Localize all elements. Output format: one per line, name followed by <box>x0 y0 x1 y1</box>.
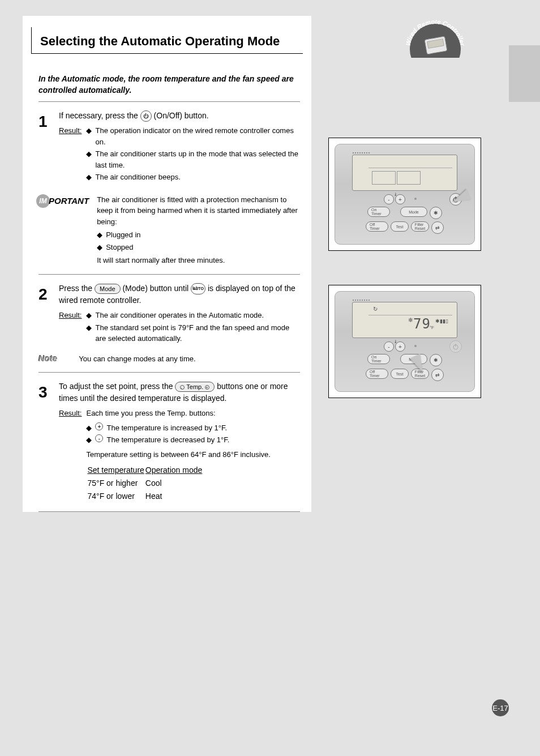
page-title: Selecting the Automatic Operating Mode <box>31 27 303 54</box>
callout-pointer <box>450 189 471 207</box>
table-header-2: Operation mode <box>145 464 202 476</box>
page-number: E-17 <box>492 699 509 716</box>
result-label: Result: <box>59 408 82 503</box>
table-cell: Heat <box>145 490 202 502</box>
lcd-temperature: ❄79 <box>409 316 431 332</box>
swing-button[interactable]: ⇄ <box>431 221 444 234</box>
table-cell: 75°F or higher <box>87 477 144 489</box>
important-callout: IMPORTANT The air conditioner is fitted … <box>36 194 300 266</box>
temp-button-inline: - Temp. + <box>175 382 215 392</box>
step-number: 3 <box>38 381 52 503</box>
result-label: Result: <box>59 310 82 345</box>
step1-text-b: (On/Off) button. <box>154 111 209 120</box>
remote-illustration-2: ↻ ❄79 °F ✱▮▮▯ - + 🌡 On Timer Mode ✱ <box>328 285 481 398</box>
step-number: 2 <box>38 283 52 345</box>
filter-reset-button[interactable]: Filter Reset <box>411 221 429 232</box>
result-label: Result: <box>59 125 82 184</box>
fan-button[interactable]: ✱ <box>430 354 442 366</box>
lcd-fan-icon: ✱▮▮▯ <box>435 318 451 328</box>
divider <box>38 372 300 373</box>
step-2: 2 Press the Mode (Mode) button until AUT… <box>38 283 300 345</box>
lcd-unit: °F <box>430 325 434 330</box>
temp-down-button[interactable]: - <box>384 341 394 352</box>
table-cell: Cool <box>145 477 202 489</box>
step-1: 1 If necessary, press the ⏻ (On/Off) but… <box>38 110 300 184</box>
important-body-b: It will start normally after three minut… <box>97 255 300 266</box>
power-button[interactable] <box>449 340 462 353</box>
off-timer-button[interactable]: Off Timer <box>366 221 388 232</box>
important-body: The air conditioner is fitted with a pro… <box>97 194 300 228</box>
step1-text-a: If necessary, press the <box>59 111 140 120</box>
swing-button[interactable]: ⇄ <box>431 369 444 381</box>
remote-illustration-1: - + 🌡 On Timer Mode ✱ Off Timer Test Fil… <box>328 138 481 251</box>
sidebar-tab <box>509 45 540 102</box>
step2-bullet-1: The air conditioner operates in the Auto… <box>95 310 264 321</box>
on-timer-button[interactable]: On Timer <box>367 354 390 364</box>
step3-text-a: To adjust the set point, press the <box>59 382 175 391</box>
step3-row2: The temperature is decreased by 1°F. <box>106 434 229 446</box>
page-content: Selecting the Automatic Operating Mode I… <box>23 16 311 512</box>
divider <box>38 511 300 512</box>
temp-down-button[interactable]: - <box>384 194 394 204</box>
off-timer-button[interactable]: Off Timer <box>366 369 388 379</box>
table-header-1: Set temperature <box>87 464 144 476</box>
step-3: 3 To adjust the set point, press the - T… <box>38 381 300 503</box>
temp-label: Temp. <box>186 383 203 390</box>
power-icon: ⏻ <box>140 110 152 122</box>
step3-row1: The temperature is increased by 1°F. <box>106 422 227 434</box>
step-number: 1 <box>38 110 52 184</box>
mode-table: Set temperature Operation mode 75°F or h… <box>86 463 203 503</box>
important-bullet-2: Stopped <box>106 242 133 253</box>
minus-icon: - <box>95 434 103 442</box>
temp-thermometer-icon: 🌡 <box>393 339 399 344</box>
important-bullet-1: Plugged in <box>106 229 140 241</box>
step2-bullet-2: The standard set point is 79°F and the f… <box>95 322 300 344</box>
illustration-column: - + 🌡 On Timer Mode ✱ Off Timer Test Fil… <box>314 16 495 432</box>
remote-lcd: ↻ ❄79 °F ✱▮▮▯ <box>352 302 457 338</box>
step3-result-body: Each time you press the Temp. buttons: <box>86 408 270 419</box>
note-callout: Note You can change modes at any time. <box>38 353 300 365</box>
fan-button[interactable]: ✱ <box>430 207 442 219</box>
remote-lcd <box>352 155 457 191</box>
indicator-led <box>414 345 417 347</box>
lcd-auto-icon: ↻ <box>373 306 382 315</box>
note-label: Note <box>38 353 57 363</box>
test-button[interactable]: Test <box>391 369 409 379</box>
step3-range: Temperature setting is between 64°F and … <box>86 449 270 460</box>
step2-text-a: Press the <box>59 284 95 293</box>
speaker-vents <box>352 293 380 300</box>
speaker-vents <box>352 146 380 152</box>
table-cell: 74°F or lower <box>87 490 144 502</box>
mode-button[interactable]: Mode <box>400 207 427 217</box>
mode-button-inline: Mode <box>95 284 121 294</box>
step1-bullet-1: The operation indicator on the wired rem… <box>95 125 300 147</box>
step1-bullet-2: The air conditioner starts up in the mod… <box>95 148 300 170</box>
step2-text-b: (Mode) button until <box>122 284 191 293</box>
test-button[interactable]: Test <box>391 221 409 232</box>
temp-thermometer-icon: 🌡 <box>393 192 399 197</box>
important-label: IMPORTANT <box>36 194 89 208</box>
divider <box>38 101 300 102</box>
step1-bullet-3: The air conditioner beeps. <box>95 172 180 183</box>
on-timer-button[interactable]: On Timer <box>367 207 390 217</box>
intro-text: In the Automatic mode, the room temperat… <box>38 74 300 96</box>
divider <box>38 274 300 275</box>
title-text: Selecting the Automatic Operating Mode <box>40 34 280 48</box>
auto-icon: AUTO <box>191 283 205 294</box>
plus-icon: + <box>95 422 103 430</box>
indicator-led <box>414 198 417 200</box>
note-body: You can change modes at any time. <box>79 353 195 365</box>
